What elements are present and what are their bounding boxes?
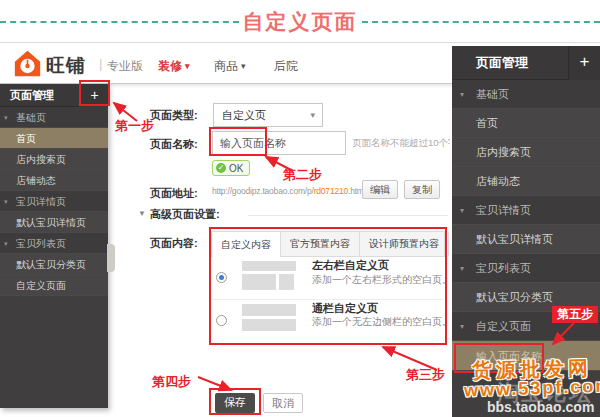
url-id-highlight: rd071210: [314, 186, 348, 196]
right-sidebar-title: 页面管理: [476, 46, 528, 80]
left-sidebar: 页面管理 + 基础页 首页 店内搜索页 店铺动态 宝贝详情页 默认宝贝详情页 宝…: [0, 84, 108, 408]
sidebar-item-item-list-pages[interactable]: 宝贝列表页: [0, 233, 108, 254]
nav-products[interactable]: 商品: [214, 58, 246, 75]
add-page-button[interactable]: +: [80, 84, 108, 107]
sidebar-item-home[interactable]: 首页: [452, 109, 600, 138]
brand-name: 旺铺: [46, 53, 86, 79]
ok-button[interactable]: ✓ OK: [212, 160, 250, 176]
sidebar-item-shop-updates[interactable]: 店铺动态: [0, 170, 108, 191]
dashed-line-left: [0, 21, 239, 23]
option-desc: 添加一个无左边侧栏的空白页。: [312, 315, 452, 329]
nav-decorate[interactable]: 装修: [158, 58, 190, 75]
sidebar-item-shop-updates[interactable]: 店铺动态: [452, 167, 600, 196]
dashed-line-right: [362, 21, 600, 23]
chevron-down-icon: [238, 59, 246, 73]
page-type-select[interactable]: 自定义页: [213, 103, 323, 127]
divider: [213, 299, 443, 300]
page-url-label: 页面地址:: [150, 186, 198, 201]
page-name-hint: 页面名称不能超过10个字,建议: [352, 137, 450, 150]
sidebar-item-default-item-category[interactable]: 默认宝贝分类页: [452, 283, 600, 312]
sidebar-item-custom-page[interactable]: 自定义页面: [452, 312, 600, 341]
sidebar-item-basic-pages[interactable]: 基础页: [0, 107, 108, 128]
content-tabs: 自定义内容 官方预置内容 设计师预置内容: [211, 231, 445, 257]
right-sidebar: 页面管理 + 基础页 首页 店内搜索页 店铺动态 宝贝详情页 默认宝贝详情页 宝…: [452, 46, 600, 417]
right-sidebar-header: 页面管理 +: [452, 46, 600, 80]
sidebar-item-default-item-category[interactable]: 默认宝贝分类页: [0, 254, 108, 275]
sidebar-collapse-handle[interactable]: [107, 244, 115, 272]
page: 自定义页面 旺铺 | 专业版 装修 商品 后院 页面管理 + 基础页 首页 店内…: [0, 0, 600, 417]
add-page-button[interactable]: +: [568, 46, 600, 80]
layout-thumbnail-full-width: [242, 304, 296, 334]
page-title: 自定义页面: [243, 8, 358, 36]
chevron-down-icon: ▼: [138, 209, 146, 218]
sidebar-item-home[interactable]: 首页: [0, 128, 108, 149]
cancel-button[interactable]: 取消: [263, 393, 303, 413]
nav-backyard[interactable]: 后院: [274, 58, 298, 75]
tab-designer-preset-content[interactable]: 设计师预置内容: [360, 232, 449, 256]
sidebar-item-new-custom-page[interactable]: 输入页面名称: [452, 341, 600, 371]
tab-custom-content[interactable]: 自定义内容: [212, 231, 281, 257]
wangpu-logo-icon: [14, 50, 41, 77]
save-button[interactable]: 保存: [215, 393, 255, 413]
sidebar-item-item-detail-pages[interactable]: 宝贝详情页: [0, 191, 108, 212]
sidebar-item-custom-page[interactable]: 自定义页面: [0, 275, 108, 296]
sidebar-item-default-item-detail[interactable]: 默认宝贝详情页: [452, 225, 600, 254]
left-sidebar-title: 页面管理: [10, 84, 54, 107]
sidebar-item-basic-pages[interactable]: 基础页: [452, 80, 600, 109]
page-url-value: http://goodipz.taobao.com/p/rd071210.htm: [212, 186, 364, 196]
option-title: 通栏自定义页: [312, 301, 378, 316]
radio-full-width-page[interactable]: [216, 315, 227, 326]
advanced-settings-label[interactable]: 高级页面设置:: [150, 207, 220, 222]
copy-url-button[interactable]: 复制: [404, 180, 440, 199]
page-content-label: 页面内容:: [150, 236, 198, 251]
check-icon: ✓: [216, 163, 226, 173]
sidebar-item-shop-search[interactable]: 店内搜索页: [0, 149, 108, 170]
layout-thumbnail-two-column: [242, 261, 296, 293]
divider: [248, 215, 448, 216]
page-name-input[interactable]: 输入页面名称: [212, 131, 346, 155]
edit-url-button[interactable]: 编辑: [362, 180, 398, 199]
option-desc: 添加一个左右栏形式的空白页。: [312, 273, 452, 287]
page-name-label: 页面名称:: [150, 137, 198, 152]
chevron-down-icon: [182, 59, 190, 73]
option-title: 左右栏自定义页: [312, 258, 389, 273]
sidebar-item-shop-search[interactable]: 店内搜索页: [452, 138, 600, 167]
left-sidebar-header: 页面管理 +: [0, 84, 108, 107]
tutorial-title-row: 自定义页面: [0, 8, 600, 36]
edition-label: 专业版: [107, 58, 143, 75]
sidebar-item-default-item-detail[interactable]: 默认宝贝详情页: [0, 212, 108, 233]
sidebar-item-item-list-pages[interactable]: 宝贝列表页: [452, 254, 600, 283]
tab-official-preset-content[interactable]: 官方预置内容: [281, 232, 360, 256]
page-type-label: 页面类型:: [150, 108, 198, 123]
brand-divider: |: [99, 56, 102, 71]
radio-left-right-column-page[interactable]: [216, 272, 227, 283]
sidebar-item-item-detail-pages[interactable]: 宝贝详情页: [452, 196, 600, 225]
